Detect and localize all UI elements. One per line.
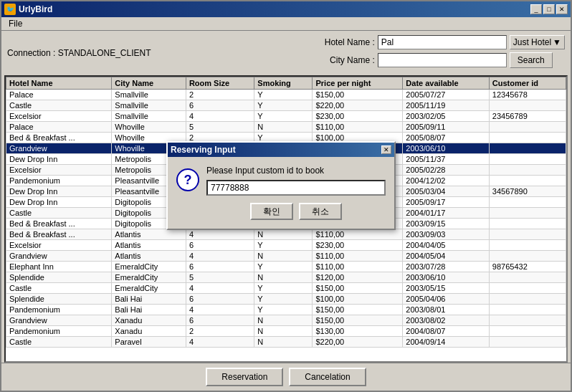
table-cell: 2005/04/06 — [403, 294, 490, 305]
menu-file[interactable]: File — [4, 17, 27, 30]
col-hotel-name: Hotel Name — [6, 77, 112, 90]
table-row[interactable]: SplendideBali Hai6Y$100,002005/04/06 — [6, 294, 566, 305]
city-name-label: City Name : — [318, 55, 375, 65]
table-cell: 2005/08/07 — [403, 133, 490, 143]
minimize-button[interactable]: _ — [530, 4, 542, 14]
table-cell: Smallville — [112, 100, 186, 111]
table-cell — [489, 337, 566, 348]
table-cell: 4 — [186, 251, 254, 262]
table-cell: 2003/02/05 — [403, 111, 490, 122]
search-button[interactable]: Search — [510, 52, 553, 68]
table-cell: Y — [254, 262, 313, 272]
table-cell: Excelsior — [6, 111, 112, 122]
table-cell — [489, 197, 566, 208]
table-cell — [489, 154, 566, 165]
table-cell: N — [254, 315, 313, 326]
table-cell: Xanadu — [112, 315, 186, 326]
table-cell: 12345678 — [489, 90, 566, 100]
table-cell: Y — [254, 294, 313, 305]
table-cell: 2003/08/02 — [403, 315, 490, 326]
dropdown-arrow-icon: ▼ — [553, 37, 561, 47]
table-cell — [489, 219, 566, 229]
table-cell: Dew Drop Inn — [6, 186, 112, 197]
table-cell: $110,00 — [313, 262, 403, 272]
dialog-confirm-button[interactable]: 확인 — [250, 203, 293, 220]
table-cell: Bed & Breakfast ... — [6, 219, 112, 229]
col-customer-id: Customer id — [489, 77, 566, 90]
table-cell: 2003/08/01 — [403, 305, 490, 315]
title-bar: 🐦 UrlyBird _ □ ✕ — [1, 1, 571, 17]
table-cell — [489, 208, 566, 219]
table-cell — [489, 143, 566, 154]
table-cell: 2005/09/11 — [403, 122, 490, 133]
table-row[interactable]: PalaceSmallville2Y$150,002005/07/2712345… — [6, 90, 566, 100]
table-cell: 6 — [186, 294, 254, 305]
reserving-input-dialog: Reserving Input ✕ ? Please Input custom … — [166, 141, 396, 230]
city-name-input[interactable] — [378, 53, 507, 67]
table-cell: $110,00 — [313, 229, 403, 240]
table-cell: 2005/09/17 — [403, 197, 490, 208]
table-cell: Splendide — [6, 294, 112, 305]
table-cell — [489, 133, 566, 143]
table-cell: Smallville — [112, 111, 186, 122]
table-cell: 6 — [186, 315, 254, 326]
table-row[interactable]: GrandviewAtlantis4N$110,002004/05/04 — [6, 251, 566, 262]
table-cell: $230,00 — [313, 111, 403, 122]
table-cell: Smallville — [112, 90, 186, 100]
table-row[interactable]: CastleParavel4N$220,002004/09/14 — [6, 337, 566, 348]
table-cell: 34567890 — [489, 186, 566, 197]
table-cell: Bali Hai — [112, 305, 186, 315]
table-cell: Dew Drop Inn — [6, 154, 112, 165]
table-cell: Xanadu — [112, 326, 186, 337]
table-cell: N — [254, 272, 313, 283]
table-cell: Pandemonium — [6, 176, 112, 186]
table-cell: $150,00 — [313, 315, 403, 326]
table-row[interactable]: PalaceWhoville5N$110,002005/09/11 — [6, 122, 566, 133]
table-row[interactable]: SplendideEmeraldCity5N$120,002003/06/10 — [6, 272, 566, 283]
table-cell: 4 — [186, 337, 254, 348]
table-cell: 2004/09/14 — [403, 337, 490, 348]
table-cell: Castle — [6, 100, 112, 111]
table-cell: 6 — [186, 100, 254, 111]
hotel-name-input[interactable] — [378, 35, 507, 49]
table-cell: N — [254, 337, 313, 348]
table-row[interactable]: ExcelsiorAtlantis6Y$230,002004/04/05 — [6, 240, 566, 251]
table-cell: Paravel — [112, 337, 186, 348]
table-cell: 2004/04/05 — [403, 240, 490, 251]
dialog-close-button[interactable]: ✕ — [381, 145, 391, 154]
cancelation-button[interactable]: Cancelation — [289, 368, 366, 386]
table-cell: 2004/12/02 — [403, 176, 490, 186]
table-row[interactable]: GrandviewXanadu6N$150,002003/08/02 — [6, 315, 566, 326]
window-title: UrlyBird — [19, 4, 52, 14]
maximize-button[interactable]: □ — [543, 4, 555, 14]
reservation-button[interactable]: Reservation — [206, 368, 283, 386]
app-icon: 🐦 — [4, 4, 16, 15]
table-cell: Y — [254, 305, 313, 315]
table-cell: 2003/07/28 — [403, 262, 490, 272]
filter-dropdown[interactable]: Just Hotel ▼ — [510, 35, 565, 49]
table-cell: 2005/03/04 — [403, 186, 490, 197]
table-cell: Y — [254, 90, 313, 100]
toolbar: Connection : STANDALONE_CLIENT Hotel Nam… — [1, 31, 571, 75]
table-row[interactable]: PandemoniumXanadu2N$130,002004/08/07 — [6, 326, 566, 337]
dialog-cancel-button[interactable]: 취소 — [299, 203, 342, 220]
table-row[interactable]: Elephant InnEmeraldCity6Y$110,002003/07/… — [6, 262, 566, 272]
table-row[interactable]: ExcelsiorSmallville4Y$230,002003/02/0523… — [6, 111, 566, 122]
table-cell: $230,00 — [313, 240, 403, 251]
table-cell: 2005/02/28 — [403, 165, 490, 176]
table-cell: Atlantis — [112, 240, 186, 251]
table-cell: Splendide — [6, 272, 112, 283]
table-cell: Grandview — [6, 143, 112, 154]
table-cell: Palace — [6, 122, 112, 133]
table-cell — [489, 176, 566, 186]
table-row[interactable]: CastleEmeraldCity4Y$150,002003/05/15 — [6, 283, 566, 294]
table-row[interactable]: Bed & Breakfast ...Atlantis4N$110,002003… — [6, 229, 566, 240]
table-cell: 5 — [186, 272, 254, 283]
table-cell: Castle — [6, 283, 112, 294]
customer-id-input[interactable] — [206, 180, 386, 196]
table-row[interactable]: PandemoniumBali Hai4Y$150,002003/08/01 — [6, 305, 566, 315]
table-cell: Pandemonium — [6, 326, 112, 337]
table-cell: Whoville — [112, 122, 186, 133]
table-row[interactable]: CastleSmallville6Y$220,002005/11/19 — [6, 100, 566, 111]
close-button[interactable]: ✕ — [556, 4, 568, 14]
